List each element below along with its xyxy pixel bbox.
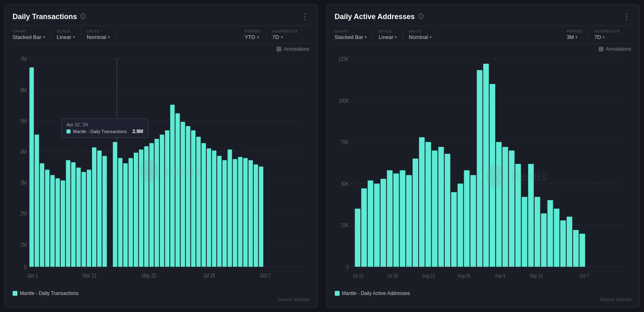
scale-value[interactable]: Linear ▾ — [57, 34, 75, 40]
svg-rect-103 — [496, 142, 501, 267]
aggregate-label-2: AGGREGATE — [594, 29, 620, 33]
info-icon[interactable]: ⓘ — [80, 13, 86, 20]
svg-rect-47 — [191, 130, 195, 267]
svg-rect-82 — [361, 188, 367, 267]
panel-title: Daily Transactions ⓘ — [13, 13, 86, 21]
svg-rect-18 — [40, 164, 44, 267]
svg-rect-55 — [233, 159, 237, 267]
more-options-icon-2[interactable]: ⋮ — [623, 12, 631, 22]
svg-rect-99 — [470, 175, 476, 267]
svg-rect-21 — [56, 178, 60, 267]
info-icon-2[interactable]: ⓘ — [418, 13, 424, 20]
svg-rect-89 — [406, 175, 412, 267]
svg-rect-52 — [217, 156, 222, 267]
svg-text:Oct 7: Oct 7 — [579, 272, 589, 278]
svg-rect-85 — [380, 179, 386, 267]
svg-rect-29 — [97, 151, 102, 267]
chart-svg-2: 125K 100K 75K 50K 25K 0 — [335, 54, 632, 288]
annotations-label-2: Annotations — [606, 46, 631, 52]
svg-rect-113 — [560, 220, 566, 267]
period-value[interactable]: YTD ▾ — [245, 34, 261, 40]
scale-value-2[interactable]: Linear ▾ — [379, 34, 397, 40]
svg-rect-96 — [451, 192, 457, 267]
svg-text:Oct 7: Oct 7 — [260, 272, 271, 279]
aggregate-value[interactable]: 7D ▾ — [272, 34, 298, 40]
legend-label: Mantle - Daily Transactions — [20, 290, 79, 296]
svg-rect-25 — [76, 168, 81, 267]
daily-transactions-panel: Daily Transactions ⓘ ⋮ CHART Stacked Bar… — [4, 4, 318, 308]
svg-rect-22 — [61, 181, 65, 267]
chart-control: CHART Stacked Bar ▾ — [13, 28, 51, 41]
period-control: PERIOD YTD ▾ — [245, 28, 267, 41]
svg-rect-24 — [71, 162, 76, 267]
aggregate-label: AGGREGATE — [272, 29, 298, 33]
annotations-checkbox-2[interactable] — [599, 47, 603, 52]
svg-rect-23 — [66, 160, 71, 267]
svg-rect-116 — [579, 234, 585, 267]
svg-rect-107 — [522, 197, 527, 267]
daily-active-addresses-panel: Daily Active Addresses ⓘ ⋮ CHART Stacked… — [326, 4, 640, 308]
aggregate-value-2[interactable]: 7D ▾ — [594, 34, 620, 40]
units-label-2: UNITS — [409, 29, 432, 33]
chart-value[interactable]: Stacked Bar ▾ — [13, 34, 45, 40]
svg-rect-43 — [170, 105, 175, 267]
chart-legend-2: Mantle - Daily Active Addresses — [335, 290, 632, 296]
chart-label-2: CHART — [335, 29, 367, 33]
svg-rect-83 — [368, 181, 373, 267]
aggregate-chevron: ▾ — [281, 35, 283, 39]
svg-rect-42 — [165, 130, 169, 267]
svg-text:May 20: May 20 — [142, 272, 156, 279]
svg-text:A: A — [492, 171, 498, 182]
annotations-checkbox[interactable] — [276, 47, 281, 52]
scale-label: SCALE — [57, 29, 75, 33]
svg-text:Jul 15: Jul 15 — [353, 272, 363, 278]
svg-rect-54 — [228, 149, 232, 267]
units-control: UNITS Nominal ▾ — [87, 28, 116, 41]
chart-svg: 7M 6M 5M 4M 3M 2M 1M 0 — [13, 54, 310, 288]
source-text: Source: Artemis — [13, 297, 310, 302]
svg-text:rtemis: rtemis — [165, 163, 201, 179]
svg-rect-32 — [113, 142, 117, 267]
svg-text:2M: 2M — [21, 210, 27, 217]
chart-svg-container-2: 125K 100K 75K 50K 25K 0 — [335, 54, 632, 288]
chart-area: 7M 6M 5M 4M 3M 2M 1M 0 — [13, 54, 310, 302]
more-options-icon[interactable]: ⋮ — [301, 12, 310, 22]
svg-rect-110 — [541, 213, 546, 267]
svg-rect-48 — [196, 137, 201, 267]
svg-rect-94 — [438, 147, 444, 267]
svg-rect-35 — [128, 158, 133, 267]
legend-swatch — [13, 291, 17, 296]
svg-rect-44 — [175, 113, 180, 267]
svg-rect-16 — [30, 67, 34, 267]
period-value-2[interactable]: 3M ▾ — [567, 34, 582, 40]
svg-text:1M: 1M — [21, 241, 27, 248]
units-value-2[interactable]: Nominal ▾ — [409, 34, 432, 40]
svg-rect-59 — [254, 164, 258, 267]
svg-rect-112 — [554, 209, 559, 267]
svg-rect-30 — [103, 156, 107, 267]
period-chevron-2: ▾ — [576, 35, 578, 39]
chart-area-2: 125K 100K 75K 50K 25K 0 — [335, 54, 632, 302]
svg-rect-50 — [207, 148, 211, 267]
svg-text:4M: 4M — [21, 148, 27, 155]
svg-rect-57 — [243, 158, 248, 267]
svg-rect-40 — [154, 139, 159, 267]
svg-text:25K: 25K — [341, 222, 349, 229]
aggregate-control-2: AGGREGATE 7D ▾ — [594, 28, 626, 41]
svg-rect-115 — [573, 230, 578, 267]
svg-rect-58 — [248, 160, 253, 267]
chart-legend: Mantle - Daily Transactions — [13, 290, 310, 296]
svg-text:Mar 11: Mar 11 — [83, 272, 96, 279]
scale-control: SCALE Linear ▾ — [57, 28, 81, 41]
controls-row: CHART Stacked Bar ▾ SCALE Linear ▾ UNITS… — [13, 26, 310, 44]
scale-control-2: SCALE Linear ▾ — [379, 28, 403, 41]
panel-header-2: Daily Active Addresses ⓘ ⋮ — [335, 12, 632, 22]
chart-value-2[interactable]: Stacked Bar ▾ — [335, 34, 367, 40]
svg-rect-20 — [50, 175, 55, 267]
svg-text:Sep 9: Sep 9 — [494, 272, 505, 278]
svg-text:Sep 23: Sep 23 — [530, 272, 542, 278]
panel-title-text-2: Daily Active Addresses — [335, 13, 415, 21]
period-control-2: PERIOD 3M ▾ — [567, 28, 588, 41]
units-value[interactable]: Nominal ▾ — [87, 34, 110, 40]
period-chevron: ▾ — [257, 35, 259, 39]
